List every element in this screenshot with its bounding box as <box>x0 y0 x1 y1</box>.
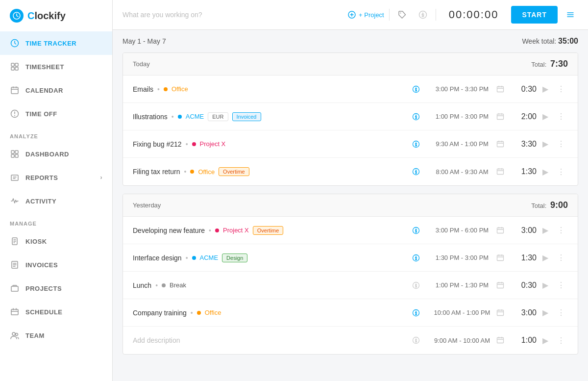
calendar-button[interactable] <box>496 336 512 344</box>
play-button[interactable]: ▶ <box>537 139 554 149</box>
play-button[interactable]: ▶ <box>537 280 554 290</box>
entry-task: Emails <box>133 85 153 93</box>
week-total-value: 35:00 <box>558 37 578 45</box>
project-dot <box>178 115 182 119</box>
entry-description: Emails • Office <box>133 85 412 93</box>
play-button[interactable]: ▶ <box>537 226 554 235</box>
billable-indicator[interactable] <box>412 85 428 93</box>
entry-duration: 1:30 <box>512 254 537 262</box>
entry-description: Lunch • Break <box>133 281 412 289</box>
tag-design: Design <box>222 254 247 262</box>
more-button[interactable]: ⋮ <box>554 84 568 94</box>
sidebar-item-invoices[interactable]: INVOICES <box>0 253 112 277</box>
sidebar-item-schedule[interactable]: SCHEDULE <box>0 300 112 324</box>
task-description-input[interactable] <box>122 11 343 19</box>
add-project-button[interactable]: + Project <box>348 11 384 19</box>
more-button[interactable]: ⋮ <box>554 308 568 317</box>
calendar-button[interactable] <box>496 168 512 176</box>
yesterday-label: Yesterday <box>133 202 161 209</box>
billable-indicator[interactable] <box>412 168 428 176</box>
more-button[interactable]: ⋮ <box>554 253 568 262</box>
more-button[interactable]: ⋮ <box>554 226 568 235</box>
add-description-placeholder: Add description <box>133 336 180 344</box>
billable-button[interactable] <box>415 7 431 23</box>
play-button[interactable]: ▶ <box>537 308 554 317</box>
svg-rect-38 <box>497 310 504 315</box>
entry-description: Illustrations • ACME EUR Invoiced <box>133 112 412 121</box>
activity-icon <box>10 196 20 206</box>
entry-description: Company training • Office <box>133 309 412 317</box>
sidebar-item-time-off[interactable]: TIME OFF <box>0 102 112 126</box>
logo-icon <box>10 9 24 23</box>
sidebar-item-activity[interactable]: ACTIVITY <box>0 189 112 213</box>
entry-project: Break <box>170 281 186 289</box>
entry-time-range: 3:00 PM - 3:30 PM <box>428 85 496 93</box>
svg-rect-6 <box>11 87 18 94</box>
calendar-button[interactable] <box>496 281 512 289</box>
project-dot <box>215 229 219 232</box>
billable-indicator[interactable] <box>412 254 428 262</box>
more-button[interactable]: ⋮ <box>554 112 568 121</box>
entry-task: Lunch <box>133 281 151 289</box>
billable-indicator[interactable] <box>412 309 428 317</box>
calendar-button[interactable] <box>496 309 512 317</box>
sidebar-item-label: TEAM <box>25 332 45 339</box>
entry-time-range: 3:00 PM - 6:00 PM <box>428 227 496 234</box>
calendar-button[interactable] <box>496 113 512 121</box>
sidebar: Clockify TIME TRACKER TIM <box>0 0 113 381</box>
entry-task: Filing tax return <box>133 168 180 176</box>
billable-indicator[interactable] <box>412 113 428 121</box>
entry-task: Illustrations <box>133 113 168 121</box>
more-button[interactable]: ⋮ <box>554 167 568 177</box>
billable-indicator[interactable] <box>412 336 428 344</box>
table-row: Company training • Office 10:00 AM - 1:0… <box>123 299 578 327</box>
manage-section-label: MANAGE <box>0 213 112 229</box>
more-button[interactable]: ⋮ <box>554 280 568 290</box>
sidebar-item-reports[interactable]: REPORTS › <box>0 166 112 189</box>
sidebar-item-dashboard[interactable]: DASHBOARD <box>0 142 112 166</box>
sidebar-item-timesheet[interactable]: TIMESHEET <box>0 55 112 78</box>
sidebar-item-projects[interactable]: PROJECTS <box>0 277 112 300</box>
sidebar-item-team[interactable]: TEAM <box>0 324 112 347</box>
sidebar-item-kiosk[interactable]: KIOSK <box>0 229 112 253</box>
billable-indicator[interactable] <box>412 281 428 289</box>
mode-toggle-button[interactable] <box>563 7 578 23</box>
calendar-button[interactable] <box>496 140 512 148</box>
billable-indicator[interactable] <box>412 227 428 234</box>
sidebar-item-label: TIMESHEET <box>25 63 64 71</box>
svg-rect-36 <box>497 282 504 288</box>
logo-text: Clockify <box>27 10 66 22</box>
calendar-icon <box>10 85 20 95</box>
more-button[interactable]: ⋮ <box>554 139 568 149</box>
play-button[interactable]: ▶ <box>537 253 554 262</box>
calendar-button[interactable] <box>496 254 512 262</box>
time-off-icon <box>10 109 20 119</box>
sidebar-item-label: TIME OFF <box>25 110 57 118</box>
entry-time-range: 1:00 PM - 3:00 PM <box>428 113 496 120</box>
timer-display: 00:00:00 <box>441 8 507 21</box>
sidebar-item-time-tracker[interactable]: TIME TRACKER <box>0 31 112 55</box>
yesterday-group: Yesterday Total: 9:00 Developing new fea… <box>122 194 578 355</box>
play-button[interactable]: ▶ <box>537 336 554 345</box>
entry-time-range: 9:30 AM - 1:00 PM <box>428 140 496 148</box>
sidebar-item-label: INVOICES <box>25 261 58 269</box>
svg-rect-30 <box>497 169 504 175</box>
svg-rect-28 <box>497 141 504 147</box>
today-total: Total: 7:30 <box>531 59 568 69</box>
play-button[interactable]: ▶ <box>537 84 554 94</box>
sidebar-item-calendar[interactable]: CALENDAR <box>0 78 112 102</box>
entry-task: Fixing bug #212 <box>133 140 182 148</box>
sidebar-item-label: SCHEDULE <box>25 308 63 316</box>
play-button[interactable]: ▶ <box>537 167 554 177</box>
billable-indicator[interactable] <box>412 140 428 148</box>
start-button[interactable]: START <box>511 6 558 24</box>
calendar-button[interactable] <box>496 85 512 93</box>
tag-button[interactable] <box>394 7 410 23</box>
project-dot <box>164 87 168 91</box>
calendar-button[interactable] <box>496 227 512 234</box>
entry-duration: 2:00 <box>512 112 537 121</box>
play-button[interactable]: ▶ <box>537 112 554 121</box>
more-button[interactable]: ⋮ <box>554 336 568 345</box>
svg-rect-11 <box>11 154 14 157</box>
svg-rect-24 <box>497 86 504 92</box>
